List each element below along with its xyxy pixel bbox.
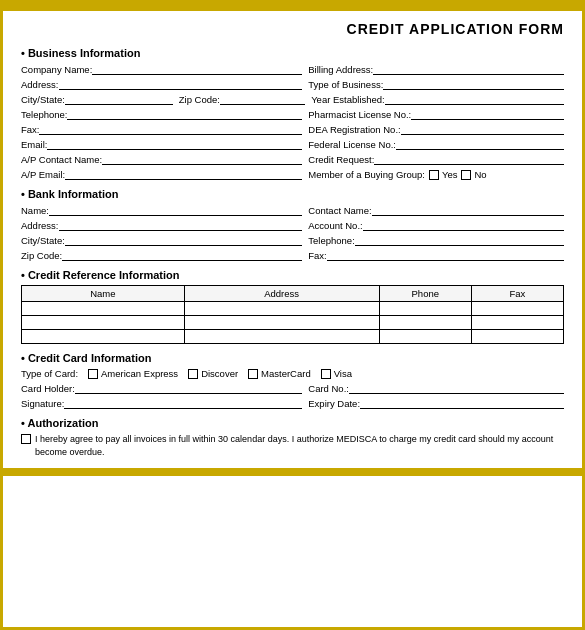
bank-telephone-label: Telephone: xyxy=(308,235,354,246)
bank-name-row: Name: Contact Name: xyxy=(21,204,564,216)
section-auth-header: Authorization xyxy=(21,417,564,429)
ref-col-fax: Fax xyxy=(471,286,563,302)
dea-registration-label: DEA Registration No.: xyxy=(308,124,400,135)
mastercard-option[interactable]: MasterCard xyxy=(248,368,311,379)
account-no-label: Account No.: xyxy=(308,220,362,231)
amex-option[interactable]: American Express xyxy=(88,368,178,379)
bank-city-state-label: City/State: xyxy=(21,235,65,246)
credit-reference-table: Name Address Phone Fax xyxy=(21,285,564,344)
ref-phone-2[interactable] xyxy=(379,316,471,330)
fax-label: Fax: xyxy=(21,124,39,135)
bank-city-state-field[interactable] xyxy=(65,234,302,246)
ref-address-1[interactable] xyxy=(184,302,379,316)
bank-fax-label: Fax: xyxy=(308,250,326,261)
buying-group-no[interactable]: No xyxy=(461,169,486,180)
ref-fax-3[interactable] xyxy=(471,330,563,344)
ref-phone-1[interactable] xyxy=(379,302,471,316)
federal-license-label: Federal License No.: xyxy=(308,139,396,150)
buying-group-no-label: No xyxy=(474,169,486,180)
visa-checkbox[interactable] xyxy=(321,369,331,379)
auth-checkbox[interactable] xyxy=(21,434,31,444)
ref-fax-2[interactable] xyxy=(471,316,563,330)
company-name-row: Company Name: Billing Address: xyxy=(21,63,564,75)
account-no-field[interactable] xyxy=(363,219,564,231)
buying-group-no-checkbox[interactable] xyxy=(461,170,471,180)
visa-option[interactable]: Visa xyxy=(321,368,352,379)
email-label: Email: xyxy=(21,139,47,150)
federal-license-field[interactable] xyxy=(396,138,564,150)
card-holder-field[interactable] xyxy=(75,382,302,394)
contact-name-field[interactable] xyxy=(372,204,564,216)
ref-fax-1[interactable] xyxy=(471,302,563,316)
table-row xyxy=(22,302,564,316)
signature-field[interactable] xyxy=(64,397,302,409)
visa-label: Visa xyxy=(334,368,352,379)
buying-group-yes-checkbox[interactable] xyxy=(429,170,439,180)
expiry-date-label: Expiry Date: xyxy=(308,398,360,409)
ref-address-2[interactable] xyxy=(184,316,379,330)
signature-label: Signature: xyxy=(21,398,64,409)
fax-row: Fax: DEA Registration No.: xyxy=(21,123,564,135)
card-no-field[interactable] xyxy=(349,382,564,394)
ap-email-field[interactable] xyxy=(65,168,302,180)
bank-telephone-field[interactable] xyxy=(355,234,564,246)
ref-phone-3[interactable] xyxy=(379,330,471,344)
contact-name-label: Contact Name: xyxy=(308,205,371,216)
credit-request-label: Credit Request: xyxy=(308,154,374,165)
bank-city-state-row: City/State: Telephone: xyxy=(21,234,564,246)
ref-name-3[interactable] xyxy=(22,330,185,344)
email-field[interactable] xyxy=(47,138,302,150)
pharmacist-license-field[interactable] xyxy=(411,108,564,120)
ref-col-address: Address xyxy=(184,286,379,302)
card-type-label: Type of Card: xyxy=(21,368,78,379)
ref-name-1[interactable] xyxy=(22,302,185,316)
discover-checkbox[interactable] xyxy=(188,369,198,379)
dea-registration-field[interactable] xyxy=(401,123,564,135)
bank-name-field[interactable] xyxy=(49,204,302,216)
telephone-field[interactable] xyxy=(67,108,302,120)
email-row: Email: Federal License No.: xyxy=(21,138,564,150)
buying-group-yes-label: Yes xyxy=(442,169,458,180)
ref-name-2[interactable] xyxy=(22,316,185,330)
address-label: Address: xyxy=(21,79,59,90)
city-state-label: City/State: xyxy=(21,94,65,105)
table-row xyxy=(22,316,564,330)
company-name-label: Company Name: xyxy=(21,64,92,75)
year-established-field[interactable] xyxy=(385,93,564,105)
pharmacist-license-label: Pharmacist License No.: xyxy=(308,109,411,120)
bank-zip-field[interactable] xyxy=(62,249,302,261)
amex-checkbox[interactable] xyxy=(88,369,98,379)
discover-option[interactable]: Discover xyxy=(188,368,238,379)
form-title: CREDIT APPLICATION FORM xyxy=(21,21,564,37)
section-bank-header: Bank Information xyxy=(21,188,564,200)
expiry-date-field[interactable] xyxy=(360,397,564,409)
ref-address-3[interactable] xyxy=(184,330,379,344)
content: CREDIT APPLICATION FORM Business Informa… xyxy=(3,11,582,468)
page: CREDIT APPLICATION FORM Business Informa… xyxy=(0,0,585,630)
ap-contact-row: A/P Contact Name: Credit Request: xyxy=(21,153,564,165)
credit-request-field[interactable] xyxy=(374,153,564,165)
bank-address-field[interactable] xyxy=(59,219,303,231)
billing-address-field[interactable] xyxy=(373,63,564,75)
signature-row: Signature: Expiry Date: xyxy=(21,397,564,409)
zip-code-field[interactable] xyxy=(220,93,305,105)
bank-fax-field[interactable] xyxy=(327,249,564,261)
bank-name-label: Name: xyxy=(21,205,49,216)
city-state-field[interactable] xyxy=(65,93,173,105)
type-of-business-label: Type of Business: xyxy=(308,79,383,90)
fax-field[interactable] xyxy=(39,123,302,135)
table-row xyxy=(22,330,564,344)
card-type-row: Type of Card: American Express Discover … xyxy=(21,368,564,379)
mastercard-checkbox[interactable] xyxy=(248,369,258,379)
company-name-field[interactable] xyxy=(92,63,302,75)
ap-contact-field[interactable] xyxy=(102,153,302,165)
auth-text: I hereby agree to pay all invoices in fu… xyxy=(35,433,564,458)
year-established-label: Year Established: xyxy=(311,94,385,105)
address-field[interactable] xyxy=(59,78,303,90)
bank-zip-label: Zip Code: xyxy=(21,250,62,261)
buying-group-label: Member of a Buying Group: xyxy=(308,169,425,180)
amex-label: American Express xyxy=(101,368,178,379)
bottom-border xyxy=(3,468,582,476)
type-of-business-field[interactable] xyxy=(383,78,564,90)
buying-group-yes[interactable]: Yes xyxy=(429,169,458,180)
